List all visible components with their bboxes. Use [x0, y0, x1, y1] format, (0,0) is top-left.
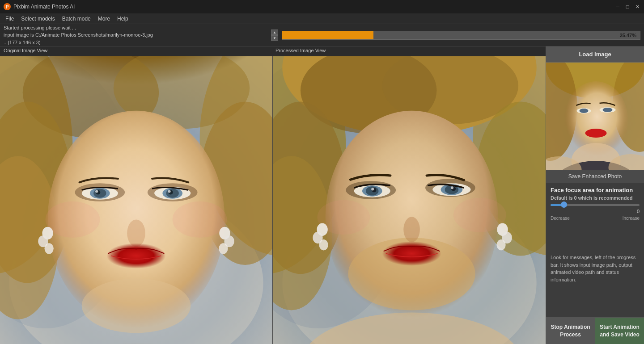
minimize-button[interactable]: ─ — [614, 4, 621, 10]
menubar: File Select models Batch mode More Help — [0, 13, 644, 24]
menu-more[interactable]: More — [94, 15, 114, 23]
close-button[interactable]: ✕ — [634, 4, 640, 10]
app-icon: P — [4, 3, 11, 10]
menu-batch-mode[interactable]: Batch mode — [59, 15, 94, 23]
svg-point-71 — [496, 239, 505, 250]
svg-point-35 — [219, 243, 228, 254]
status-text: Started processing please wait ... input… — [4, 24, 267, 46]
bottom-buttons: Stop AnimationProcess Start Animationand… — [546, 317, 644, 344]
info-text: Look for messages, left of the progress … — [546, 250, 644, 317]
progress-area: Started processing please wait ... input… — [0, 24, 644, 46]
svg-point-24 — [168, 190, 171, 193]
svg-point-27 — [173, 201, 227, 238]
scroll-up-button[interactable]: ▲ — [271, 29, 278, 35]
svg-point-25 — [107, 243, 166, 268]
main-content: Original Image View Processed Image View — [0, 46, 644, 344]
app-title: Pixbim Animate Photos AI — [13, 4, 612, 10]
progress-bar: 25.47% — [282, 31, 640, 40]
maximize-button[interactable]: □ — [624, 4, 631, 10]
load-image-button[interactable]: Load Image — [546, 46, 644, 63]
processed-panel-label: Processed Image View — [272, 46, 329, 56]
svg-point-68 — [319, 239, 328, 250]
svg-point-78 — [580, 109, 589, 113]
panels-header: Original Image View Processed Image View — [0, 46, 546, 56]
slider-decrease-label: Decrease — [551, 216, 570, 221]
svg-point-61 — [451, 186, 453, 189]
svg-point-81 — [585, 129, 607, 138]
face-focus-title: Face focus area for animation — [551, 187, 640, 193]
panels-row — [0, 56, 546, 344]
face-focus-section: Face focus area for animation Default is… — [546, 183, 644, 250]
original-image-panel — [0, 56, 272, 344]
processed-image — [273, 56, 546, 344]
sidebar: Load Image — [546, 46, 644, 344]
slider-track[interactable] — [551, 204, 640, 206]
menu-select-models[interactable]: Select models — [17, 15, 58, 23]
svg-point-26 — [46, 201, 100, 238]
processed-image-panel — [272, 56, 546, 344]
status-line2: input image is C:/Animate Photos Screens… — [4, 31, 267, 39]
svg-point-12 — [127, 219, 145, 247]
stop-animation-button[interactable]: Stop AnimationProcess — [546, 318, 595, 344]
face-focus-subtitle: Default is 0 which is recommended — [551, 195, 640, 201]
slider-thumb[interactable] — [561, 201, 567, 208]
menu-file[interactable]: File — [2, 15, 17, 23]
window-controls: ─ □ ✕ — [614, 4, 640, 10]
slider-increase-label: Increase — [623, 216, 640, 221]
slider-labels: Decrease Increase — [551, 216, 640, 221]
scroll-controls: ▲ ▼ — [271, 29, 278, 41]
menu-help[interactable]: Help — [114, 15, 132, 23]
status-line3: ...(177 x 146 x 3) — [4, 39, 267, 46]
save-enhanced-button[interactable]: Save Enhanced Photo — [546, 170, 644, 183]
progress-percent: 25.47% — [620, 33, 636, 38]
progress-bar-fill — [282, 31, 373, 39]
svg-point-19 — [95, 190, 98, 193]
slider-value: 0 — [551, 209, 640, 214]
original-panel-label: Original Image View — [0, 46, 272, 56]
original-image — [0, 56, 272, 344]
slider-container[interactable] — [551, 204, 640, 206]
titlebar: P Pixbim Animate Photos AI ─ □ ✕ — [0, 0, 644, 13]
status-line1: Started processing please wait ... — [4, 24, 267, 32]
thumbnail-image — [546, 63, 644, 170]
svg-point-56 — [371, 188, 374, 190]
scroll-down-button[interactable]: ▼ — [271, 35, 278, 41]
svg-point-62 — [382, 241, 441, 266]
svg-point-32 — [44, 243, 53, 254]
image-panels: Original Image View Processed Image View — [0, 46, 546, 344]
start-animation-button[interactable]: Start Animationand Save Video — [595, 318, 644, 344]
svg-point-80 — [603, 108, 613, 112]
thumbnail-area — [546, 63, 644, 170]
svg-point-49 — [403, 217, 420, 242]
